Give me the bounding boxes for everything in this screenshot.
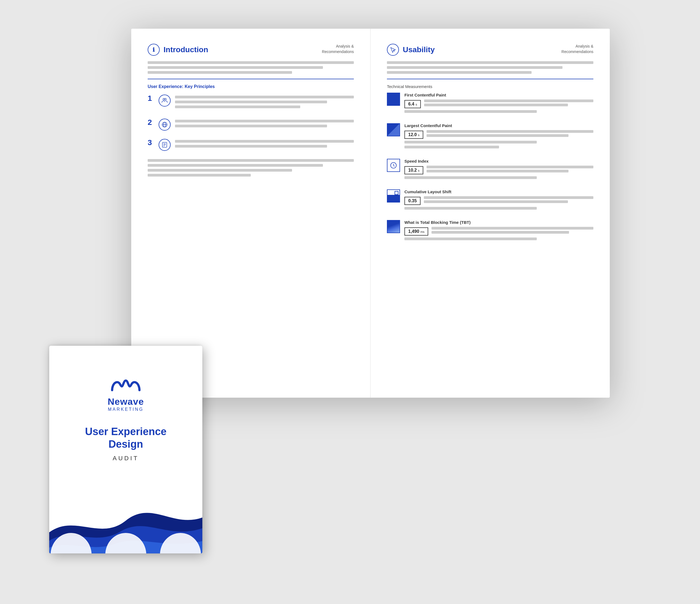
fcp-content: First Contentful Paint 6.4 s: [404, 93, 593, 115]
tech-section-title: Technical Measurements: [387, 84, 593, 89]
brand-sub: Marketing: [108, 407, 144, 412]
text-line: [404, 176, 537, 179]
info-icon: ℹ: [148, 44, 160, 56]
metric-cls: Cumulative Layout Shift 0.35: [387, 189, 593, 212]
item-number-3: 3: [148, 139, 154, 147]
si-title: Speed Index: [404, 159, 593, 163]
open-book: ℹ Introduction Analysis &Recommendations…: [131, 29, 610, 398]
fcp-title: First Contentful Paint: [404, 93, 593, 97]
text-line: [148, 71, 292, 74]
principle-item-3: 3: [148, 139, 354, 151]
cover-footer: [49, 493, 202, 553]
text-line: [404, 237, 537, 240]
main-scene: ℹ Introduction Analysis &Recommendations…: [49, 29, 651, 575]
si-value-row: 10.2 s: [404, 166, 593, 175]
text-line: [387, 61, 593, 64]
tbt-value-row: 1,490 ms: [404, 227, 593, 236]
right-page: Usability Analysis &Recommendations Tech…: [371, 29, 610, 398]
metric-lcp: Largest Contentful Paint 12.0 s: [387, 123, 593, 151]
item-lines-2: [175, 119, 354, 130]
metric-tbt: What is Total Blocking Time (TBT) 1,490 …: [387, 220, 593, 242]
cls-content: Cumulative Layout Shift 0.35: [404, 189, 593, 212]
text-line: [404, 207, 537, 210]
report-sub: Audit: [112, 455, 139, 462]
text-line: [387, 71, 531, 74]
newave-logo: [109, 377, 142, 394]
cover-main: Newave Marketing User ExperienceDesign A…: [74, 346, 177, 493]
text-line: [404, 141, 537, 143]
lcp-value-row: 12.0 s: [404, 130, 593, 139]
cls-value: 0.35: [404, 197, 421, 205]
lcp-title: Largest Contentful Paint: [404, 123, 593, 128]
tbt-title: What is Total Blocking Time (TBT): [404, 220, 593, 225]
metric-si: Speed Index 10.2 s: [387, 159, 593, 181]
item-number-1: 1: [148, 95, 154, 102]
wave-svg: [49, 493, 202, 553]
svg-point-1: [165, 98, 166, 100]
item-lines-3: [175, 139, 354, 150]
cls-title: Cumulative Layout Shift: [404, 189, 593, 194]
globe-icon: [158, 119, 171, 131]
divider: [387, 79, 593, 79]
fcp-value: 6.4 s: [404, 100, 421, 108]
book-cover: Newave Marketing User ExperienceDesign A…: [49, 346, 202, 553]
right-analysis-label: Analysis &Recommendations: [561, 44, 593, 54]
principle-item-2: 2: [148, 119, 354, 131]
text-line: [148, 66, 323, 69]
cover-logo-area: Newave Marketing: [108, 377, 144, 412]
lcp-content: Largest Contentful Paint 12.0 s: [404, 123, 593, 151]
lcp-value: 12.0 s: [404, 131, 423, 139]
text-line: [387, 66, 562, 69]
si-content: Speed Index 10.2 s: [404, 159, 593, 181]
nav-icon: [158, 139, 171, 151]
left-title-section: ℹ Introduction: [148, 44, 208, 56]
text-line: [148, 61, 354, 64]
report-title: User ExperienceDesign: [85, 425, 167, 450]
text-line: [404, 146, 499, 149]
tbt-icon: [387, 220, 400, 233]
cursor-icon: [387, 44, 399, 56]
fcp-icon: [387, 93, 400, 106]
cls-icon: [387, 189, 400, 203]
svg-point-0: [163, 98, 165, 100]
brand-name: Newave: [108, 396, 144, 407]
right-page-title: Usability: [403, 45, 435, 54]
cls-value-row: 0.35: [404, 196, 593, 205]
si-icon: [387, 159, 400, 172]
left-page-header: ℹ Introduction Analysis &Recommendations: [148, 44, 354, 56]
left-page: ℹ Introduction Analysis &Recommendations…: [131, 29, 371, 398]
item-number-2: 2: [148, 119, 154, 126]
metric-fcp: First Contentful Paint 6.4 s: [387, 93, 593, 115]
left-analysis-label: Analysis &Recommendations: [322, 44, 354, 54]
lcp-icon: [387, 123, 400, 136]
section-title: User Experience: Key Principles: [148, 84, 354, 89]
right-page-header: Usability Analysis &Recommendations: [387, 44, 593, 56]
principle-item-1: 1: [148, 95, 354, 110]
people-icon: [158, 95, 171, 107]
item-lines-1: [175, 95, 354, 110]
text-line: [404, 110, 537, 113]
right-title-section: Usability: [387, 44, 435, 56]
tbt-value: 1,490 ms: [404, 228, 428, 236]
si-value: 10.2 s: [404, 166, 423, 174]
tbt-content: What is Total Blocking Time (TBT) 1,490 …: [404, 220, 593, 242]
divider: [148, 79, 354, 79]
left-page-title: Introduction: [164, 45, 208, 54]
fcp-value-row: 6.4 s: [404, 100, 593, 108]
